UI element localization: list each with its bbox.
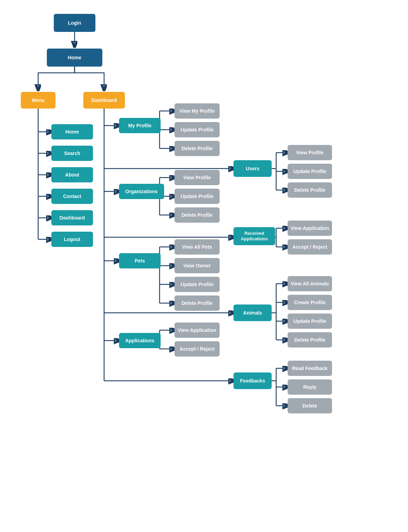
menu-home-node: Home bbox=[51, 124, 93, 139]
myprofile-label: My Profile bbox=[128, 123, 152, 129]
dashboard-label: Dashboard bbox=[91, 97, 117, 103]
menu-label: Menu bbox=[32, 97, 45, 103]
animals-create-node: Create Profile bbox=[288, 295, 332, 310]
feedbacks-label: Feedbacks bbox=[240, 378, 265, 384]
org-update-label: Update Profile bbox=[181, 194, 214, 199]
fb-delete-label: Delete bbox=[303, 403, 317, 409]
diagram: Login Home Menu Dashboard Home Search Ab… bbox=[0, 0, 408, 532]
fb-read-node: Read Feedback bbox=[288, 361, 332, 376]
fb-read-label: Read Feedback bbox=[292, 366, 328, 371]
applications-node: Applications bbox=[119, 333, 161, 348]
pets-node: Pets bbox=[119, 253, 161, 268]
animals-delete-label: Delete Profile bbox=[294, 337, 325, 343]
org-view-label: View Profile bbox=[183, 175, 211, 181]
pets-delete-label: Delete Profile bbox=[181, 300, 212, 306]
fb-reply-label: Reply bbox=[303, 384, 316, 390]
menu-search-label: Search bbox=[64, 151, 80, 156]
recv-view-label: View Application bbox=[290, 225, 329, 231]
organizations-label: Organizations bbox=[125, 189, 158, 195]
myprofile-update-label: Update Profile bbox=[181, 127, 214, 133]
org-view-node: View Profile bbox=[175, 170, 220, 185]
pets-viewall-node: View All Pets bbox=[175, 239, 220, 255]
fb-reply-node: Reply bbox=[288, 379, 332, 395]
myprofile-view-label: View My Profile bbox=[179, 108, 215, 114]
feedbacks-node: Feedbacks bbox=[233, 372, 272, 389]
users-delete-node: Delete Profile bbox=[288, 182, 332, 198]
users-view-node: View Profile bbox=[288, 145, 332, 160]
users-delete-label: Delete Profile bbox=[294, 187, 325, 193]
myprofile-view-node: View My Profile bbox=[175, 103, 220, 119]
users-update-label: Update Profile bbox=[294, 169, 326, 174]
menu-dashboard-label: Dashboard bbox=[59, 215, 85, 221]
animals-viewall-label: View All Animals bbox=[291, 281, 329, 287]
users-node: Users bbox=[233, 160, 272, 177]
pets-update-node: Update Profile bbox=[175, 277, 220, 292]
applications-label: Applications bbox=[125, 338, 154, 344]
animals-create-label: Create Profile bbox=[294, 300, 325, 306]
menu-logout-node: Logout bbox=[51, 232, 93, 247]
org-update-node: Update Profile bbox=[175, 189, 220, 204]
menu-dashboard-node: Dashboard bbox=[51, 210, 93, 225]
app-accept-node: Accept / Reject bbox=[175, 341, 220, 357]
myprofile-update-node: Update Profile bbox=[175, 122, 220, 137]
myprofile-delete-label: Delete Profile bbox=[181, 146, 212, 152]
animals-viewall-node: View All Animals bbox=[288, 276, 332, 291]
pets-viewall-label: View All Pets bbox=[182, 244, 212, 250]
recv-accept-node: Accept / Reject bbox=[288, 239, 332, 255]
pets-delete-node: Delete Profile bbox=[175, 295, 220, 311]
menu-search-node: Search bbox=[51, 146, 93, 161]
users-view-label: View Profile bbox=[296, 150, 323, 156]
home-label: Home bbox=[68, 55, 82, 61]
received-apps-label: ReceivedApplications bbox=[241, 231, 268, 241]
menu-about-node: About bbox=[51, 167, 93, 182]
menu-logout-label: Logout bbox=[64, 237, 80, 242]
login-label: Login bbox=[68, 20, 81, 26]
app-view-label: View Application bbox=[178, 327, 216, 333]
menu-node: Menu bbox=[21, 92, 56, 109]
menu-contact-node: Contact bbox=[51, 189, 93, 204]
menu-home-label: Home bbox=[66, 129, 79, 135]
recv-view-node: View Application bbox=[288, 221, 332, 236]
app-accept-label: Accept / Reject bbox=[180, 346, 214, 352]
pets-label: Pets bbox=[135, 258, 145, 264]
login-node: Login bbox=[54, 14, 95, 32]
pets-update-label: Update Profile bbox=[181, 282, 214, 288]
animals-delete-node: Delete Profile bbox=[288, 332, 332, 347]
animals-update-node: Update Profile bbox=[288, 314, 332, 329]
animals-update-label: Update Profile bbox=[294, 318, 326, 324]
dashboard-node: Dashboard bbox=[83, 92, 125, 109]
home-node: Home bbox=[47, 49, 102, 67]
myprofile-node: My Profile bbox=[119, 118, 161, 133]
menu-about-label: About bbox=[65, 172, 79, 178]
org-delete-label: Delete Profile bbox=[181, 212, 212, 218]
animals-node: Animals bbox=[233, 304, 272, 321]
recv-accept-label: Accept / Reject bbox=[292, 244, 327, 250]
app-view-node: View Application bbox=[175, 323, 220, 338]
organizations-node: Organizations bbox=[119, 184, 164, 199]
fb-delete-node: Delete bbox=[288, 398, 332, 413]
animals-label: Animals bbox=[243, 310, 262, 316]
pets-viewowner-node: View Owner bbox=[175, 258, 220, 273]
myprofile-delete-node: Delete Profile bbox=[175, 141, 220, 156]
pets-viewowner-label: View Owner bbox=[183, 263, 211, 269]
org-delete-node: Delete Profile bbox=[175, 207, 220, 223]
received-apps-node: ReceivedApplications bbox=[233, 227, 275, 245]
users-update-node: Update Profile bbox=[288, 164, 332, 179]
users-label: Users bbox=[246, 166, 260, 172]
menu-contact-label: Contact bbox=[63, 194, 81, 199]
